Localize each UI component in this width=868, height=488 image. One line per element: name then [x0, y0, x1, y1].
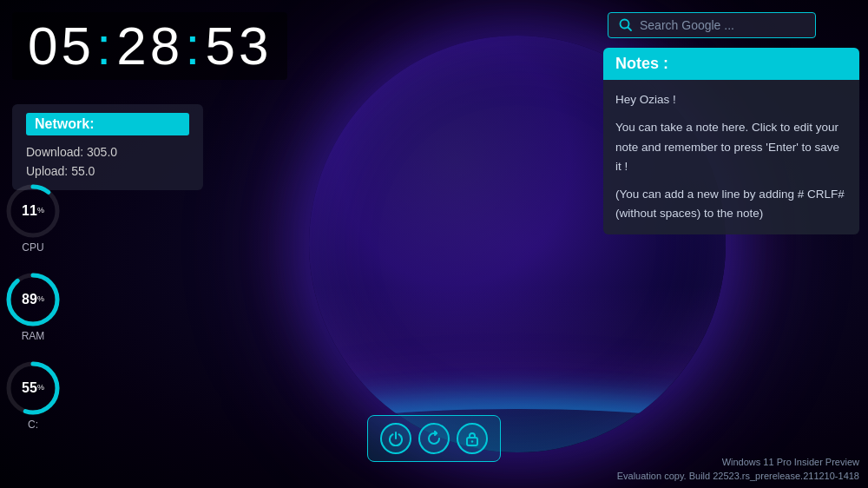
disk-value: 55	[22, 380, 37, 396]
clock-sep-1: :	[96, 19, 115, 73]
bottom-buttons-bar	[367, 415, 501, 462]
network-widget: Network: Download: 305.0 Upload: 55.0	[12, 104, 203, 190]
ram-percent: %	[37, 294, 44, 303]
disk-gauge-text: 55%	[22, 380, 44, 396]
ram-label: RAM	[22, 330, 45, 342]
search-input[interactable]	[640, 18, 805, 32]
cpu-value: 11	[22, 203, 37, 219]
os-info: Windows 11 Pro Insider Preview Evaluatio…	[617, 456, 859, 483]
cpu-gauge-text: 11%	[22, 203, 44, 219]
clock-display: 05 : 28 : 53	[28, 19, 272, 73]
disk-label: C:	[28, 419, 38, 431]
cpu-label: CPU	[22, 241, 43, 254]
svg-point-9	[471, 440, 473, 442]
cpu-gauge-circle: 11%	[4, 182, 62, 240]
cpu-percent: %	[37, 206, 44, 214]
notes-widget: Notes : Hey Ozias ! You can take a note …	[603, 48, 859, 234]
notes-line3: (You can add a new line by adding # CRLF…	[615, 185, 847, 224]
notes-line2: You can take a note here. Click to edit …	[615, 118, 847, 176]
clock-sep-2: :	[185, 19, 203, 73]
ram-gauge: 89% RAM	[4, 271, 62, 342]
ram-gauge-text: 89%	[22, 292, 44, 307]
disk-gauge-circle: 55%	[4, 359, 62, 417]
notes-title: Notes :	[603, 48, 859, 80]
network-title: Network:	[26, 113, 189, 135]
cpu-gauge: 11% CPU	[4, 182, 62, 254]
search-bar[interactable]	[608, 12, 816, 38]
gauges-container: 11% CPU 89% RAM 55% C:	[4, 182, 62, 431]
power-button[interactable]	[380, 423, 411, 454]
network-upload: Upload: 55.0	[26, 162, 189, 181]
search-icon	[619, 18, 633, 32]
lock-button[interactable]	[457, 423, 488, 454]
os-line1: Windows 11 Pro Insider Preview	[617, 456, 859, 469]
notes-line1: Hey Ozias !	[615, 90, 847, 109]
disk-gauge: 55% C:	[4, 359, 62, 431]
disk-percent: %	[37, 383, 44, 392]
refresh-button[interactable]	[418, 423, 450, 454]
ram-value: 89	[22, 292, 37, 307]
svg-line-7	[628, 28, 632, 31]
clock-minutes: 28	[116, 19, 183, 73]
ram-gauge-circle: 89%	[4, 271, 62, 328]
notes-content[interactable]: Hey Ozias ! You can take a note here. Cl…	[603, 80, 859, 234]
clock-hours: 05	[28, 19, 95, 73]
clock-widget: 05 : 28 : 53	[12, 12, 287, 80]
os-line2: Evaluation copy. Build 22523.rs_prerelea…	[617, 470, 859, 483]
network-download: Download: 305.0	[26, 142, 189, 162]
clock-seconds: 53	[205, 19, 272, 73]
